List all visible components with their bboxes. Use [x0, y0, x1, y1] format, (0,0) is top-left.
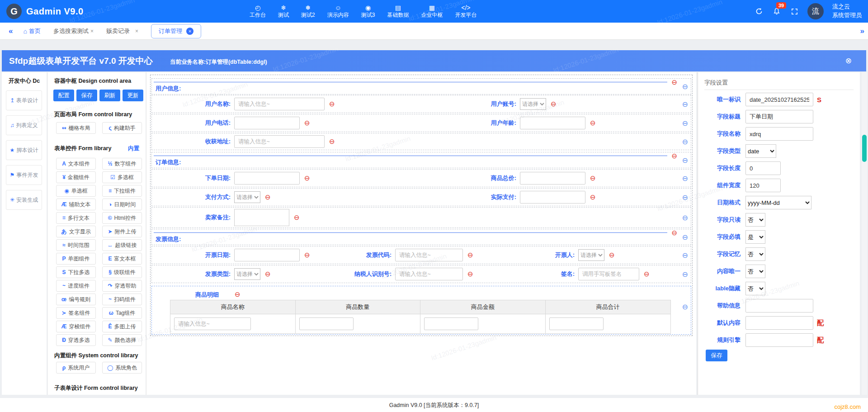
nav-item-base-data[interactable]: ▤基础数据: [387, 4, 409, 19]
invoice-code-input[interactable]: [395, 249, 463, 261]
form-row[interactable]: 卖家备注: ⊖ ⊖: [151, 207, 691, 228]
collapse-row-icon[interactable]: ⊖: [682, 193, 688, 202]
username-input[interactable]: [234, 98, 325, 110]
delete-field-icon[interactable]: ⊖: [329, 137, 335, 146]
nav-item-workbench[interactable]: ◴工作台: [250, 4, 266, 19]
help-info-input[interactable]: [745, 299, 813, 313]
remove-row-icon[interactable]: ⊖: [671, 78, 677, 86]
form-row[interactable]: 开票日期: ⊖ 发票代码: ⊖ 开票人: 请选择 ⊖ ⊖: [151, 246, 691, 264]
tabs-collapse-left[interactable]: «: [9, 27, 13, 36]
collapse-row-icon[interactable]: ⊖: [682, 251, 688, 260]
tabs-collapse-right[interactable]: »: [860, 27, 864, 36]
s-flag[interactable]: S: [817, 96, 821, 104]
section-header-user[interactable]: ⊖ 用户信息: ⊖: [151, 78, 691, 95]
product-name-input[interactable]: [174, 317, 251, 330]
palette-item-datetime[interactable]: ◑日期时间: [102, 199, 142, 210]
refresh-button[interactable]: 刷新: [99, 90, 120, 101]
palette-item-hyperlink[interactable]: ↔超级链接: [102, 239, 142, 251]
unique-content-select[interactable]: 否: [745, 265, 765, 278]
palette-item-dropdown[interactable]: ≡下拉组件: [102, 185, 142, 197]
grid-layout-item[interactable]: ↭栅格布局: [56, 122, 96, 134]
collapse-row-icon[interactable]: ⊖: [682, 137, 688, 146]
collapse-row-icon[interactable]: ⊖: [682, 233, 688, 242]
nav-item-demo[interactable]: ☺演示内容: [327, 4, 349, 19]
invoice-person-select[interactable]: 请选择: [578, 249, 604, 261]
delete-field-icon[interactable]: ⊖: [467, 270, 473, 278]
form-row[interactable]: 用户电话: ⊖ 用户年龄: ⊖ ⊖: [151, 114, 691, 132]
close-icon[interactable]: ×: [90, 28, 94, 34]
signature-input[interactable]: [578, 268, 639, 280]
palette-item-text-display[interactable]: あ文字显示: [56, 226, 96, 237]
config-button[interactable]: 配置: [53, 90, 74, 101]
close-icon[interactable]: ×: [135, 28, 138, 34]
collapse-row-icon[interactable]: ⊖: [682, 270, 688, 279]
scrollbar-thumb[interactable]: [862, 135, 867, 162]
palette-item-color-picker[interactable]: ✎颜色选择: [102, 334, 142, 346]
order-date-input[interactable]: [234, 172, 300, 185]
delete-field-icon[interactable]: ⊖: [590, 119, 596, 127]
field-length-input[interactable]: [745, 161, 781, 175]
palette-item-system-user[interactable]: ρ系统用户: [56, 362, 96, 374]
remove-row-icon[interactable]: ⊖: [671, 152, 677, 160]
delete-field-icon[interactable]: ⊖: [590, 174, 596, 182]
collapse-row-icon[interactable]: ⊖: [682, 156, 688, 165]
form-row[interactable]: 发票类型: 请选择 ⊖ 纳税人识别号: ⊖ 签名: ⊖ ⊖: [151, 265, 691, 283]
tab-sales-records[interactable]: 贩卖记录 ×: [106, 27, 138, 35]
form-row[interactable]: 收获地址: ⊖ ⊖: [151, 133, 691, 150]
notification-bell-icon[interactable]: 39: [772, 7, 781, 16]
configure-link[interactable]: 配: [817, 336, 824, 345]
remove-row-icon[interactable]: ⊖: [671, 229, 677, 237]
palette-item-transfer[interactable]: Æ穿梭组件: [56, 321, 96, 332]
palette-item-multi-image[interactable]: Ê多图上传: [102, 321, 142, 332]
collapse-row-icon[interactable]: ⊖: [682, 100, 688, 109]
user-avatar[interactable]: 流: [807, 3, 824, 19]
field-name-input[interactable]: [745, 127, 813, 141]
palette-item-multi-dropdown[interactable]: S下拉多选: [56, 266, 96, 278]
palette-item-time-range[interactable]: ≈时间范围: [56, 239, 96, 251]
delete-field-icon[interactable]: ⊖: [265, 193, 271, 201]
palette-item-signature[interactable]: ≻签名组件: [56, 307, 96, 319]
fullscreen-icon[interactable]: [790, 7, 799, 16]
sidebar-item-install-generate[interactable]: ✳安装生成: [6, 190, 42, 210]
palette-item-multiline[interactable]: =多行文本: [56, 212, 96, 224]
palette-item-single-image[interactable]: P单图组件: [56, 253, 96, 265]
section-header-order[interactable]: ⊖ 订单信息: ⊖: [151, 152, 691, 168]
delete-field-icon[interactable]: ⊖: [304, 251, 310, 259]
default-content-input[interactable]: [745, 316, 813, 330]
build-assistant-item[interactable]: ς构建助手: [102, 122, 142, 134]
refresh-icon[interactable]: [755, 7, 764, 16]
palette-item-helper-text[interactable]: Æ辅助文本: [56, 199, 96, 210]
delete-field-icon[interactable]: ⊖: [467, 251, 473, 259]
palette-item-attachment[interactable]: ➤附件上传: [102, 226, 142, 237]
delete-field-icon[interactable]: ⊖: [304, 119, 310, 127]
delete-field-icon[interactable]: ⊖: [329, 100, 335, 108]
product-total-input[interactable]: [549, 317, 604, 330]
delete-field-icon[interactable]: ⊖: [265, 270, 271, 278]
nav-item-dev-platform[interactable]: </>开发平台: [455, 4, 476, 19]
palette-item-scan-code[interactable]: ~扫码组件: [102, 294, 142, 305]
palette-item-cascade[interactable]: §级联组件: [102, 266, 142, 278]
delete-field-icon[interactable]: ⊖: [590, 193, 596, 201]
nav-item-test[interactable]: ❄测试: [278, 4, 289, 19]
palette-item-amount[interactable]: ¥金额组件: [56, 171, 96, 183]
product-qty-input[interactable]: [299, 317, 354, 330]
collapse-row-icon[interactable]: ⊖: [682, 82, 688, 91]
configure-link[interactable]: 配: [817, 319, 824, 327]
taxpayer-id-input[interactable]: [395, 268, 463, 280]
palette-item-tag[interactable]: ωTag组件: [102, 307, 142, 319]
save-button[interactable]: 保存: [76, 90, 97, 101]
delete-field-icon[interactable]: ⊖: [551, 100, 557, 108]
close-circle-icon[interactable]: ⊗: [845, 56, 852, 66]
nav-item-test3[interactable]: ◉测试3: [361, 4, 375, 19]
invoice-date-input[interactable]: [234, 249, 300, 261]
palette-item-progress[interactable]: ~进度组件: [56, 280, 96, 292]
palette-item-checkbox[interactable]: ☑多选框: [102, 171, 142, 183]
palette-item-text[interactable]: A文本组件: [56, 158, 96, 170]
palette-item-system-role[interactable]: ◯系统角色: [102, 362, 142, 374]
date-format-select[interactable]: yyyy-MM-dd: [745, 196, 811, 209]
seller-note-textarea[interactable]: [234, 209, 289, 226]
sidebar-item-script-design[interactable]: ★脚本设计: [6, 140, 42, 160]
builtin-badge[interactable]: 内置: [128, 145, 139, 152]
form-row[interactable]: 支付方式: 请选择 ⊖ 实际支付: ⊖ ⊖: [151, 188, 691, 206]
nav-item-test2[interactable]: ❅测试2: [301, 4, 315, 19]
